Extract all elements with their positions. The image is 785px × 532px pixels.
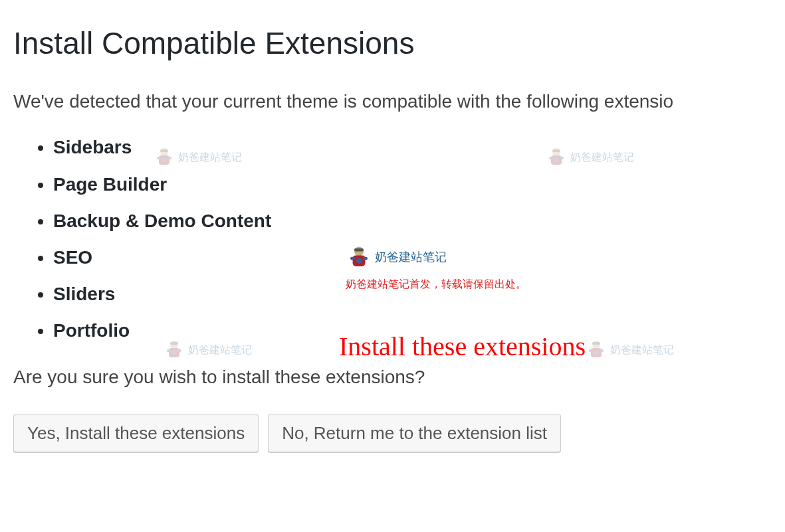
list-item: Sliders [53,281,772,307]
no-return-button[interactable]: No, Return me to the extension list [268,414,561,452]
install-extensions-page: Install Compatible Extensions We've dete… [0,0,785,466]
button-row: Yes, Install these extensions No, Return… [13,414,772,452]
yes-install-button[interactable]: Yes, Install these extensions [13,414,259,452]
list-item: Page Builder [53,171,772,197]
list-item: SEO [53,244,772,270]
page-title: Install Compatible Extensions [13,25,772,62]
confirm-text: Are you sure you wish to install these e… [13,364,772,390]
extension-list: Sidebars Page Builder Backup & Demo Cont… [13,134,772,343]
list-item: Backup & Demo Content [53,208,772,234]
list-item: Portfolio [53,317,772,343]
intro-text: We've detected that your current theme i… [13,88,772,114]
list-item: Sidebars [53,134,772,160]
